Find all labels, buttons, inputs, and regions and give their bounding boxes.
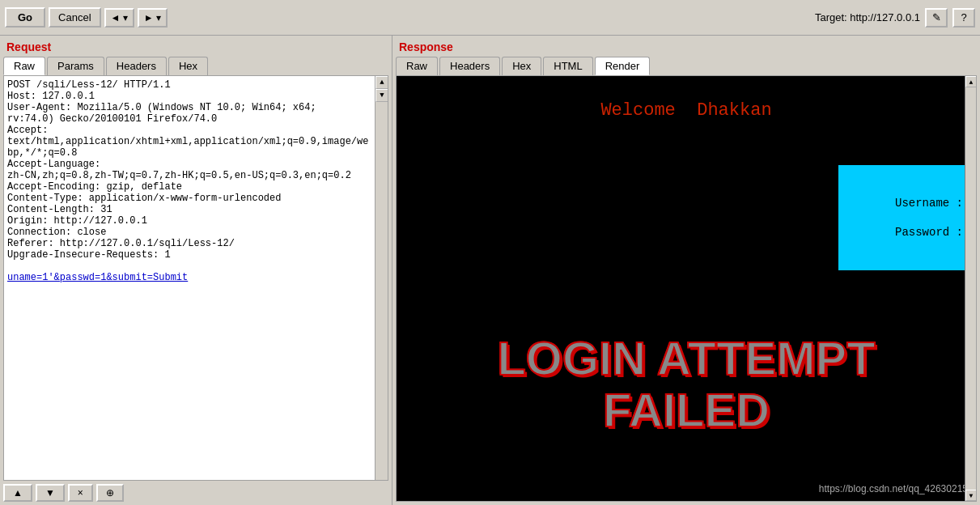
response-render-area: Welcome Dhakkan Username : Password : LO…	[396, 75, 977, 502]
request-content-area: POST /sqli/Less-12/ HTTP/1.1 Host: 127.0…	[3, 75, 388, 481]
request-bottom-bar: ▲ ▼ × ⊕	[0, 481, 392, 505]
toolbar-right: Target: http://127.0.0.1 ✎ ?	[815, 8, 975, 28]
username-display: Dhakkan	[697, 100, 771, 121]
help-button[interactable]: ?	[952, 8, 975, 28]
response-panel: Response Raw Headers Hex HTML Render Wel…	[392, 36, 980, 505]
bottom-btn-3[interactable]: ×	[68, 484, 93, 502]
response-tab-bar: Raw Headers Hex HTML Render	[392, 55, 980, 75]
response-scroll-up[interactable]: ▲	[965, 76, 977, 87]
forward-nav-group[interactable]: ► ▾	[138, 8, 168, 28]
cancel-button[interactable]: Cancel	[49, 7, 100, 28]
edit-target-button[interactable]: ✎	[925, 8, 948, 28]
bottom-btn-2[interactable]: ▼	[36, 484, 65, 502]
login-attempt-line1: LOGIN ATTEMPT	[497, 333, 875, 384]
target-label: Target: http://127.0.0.1	[815, 11, 920, 23]
tab-hex-response[interactable]: Hex	[502, 57, 541, 75]
tab-html-response[interactable]: HTML	[543, 57, 592, 75]
request-title: Request	[0, 36, 392, 55]
tab-headers-response[interactable]: Headers	[439, 57, 500, 75]
tab-headers-request[interactable]: Headers	[106, 57, 167, 75]
tab-hex-request[interactable]: Hex	[168, 57, 208, 75]
scroll-up-btn[interactable]: ▲	[375, 76, 388, 89]
response-scroll-down[interactable]: ▼	[965, 490, 977, 501]
password-label: Password :	[895, 226, 963, 239]
response-title: Response	[392, 36, 980, 55]
username-label: Username :	[895, 197, 963, 210]
main-layout: Request Raw Params Headers Hex POST /sql…	[0, 36, 980, 505]
request-tab-bar: Raw Params Headers Hex	[0, 55, 392, 75]
login-attempt-line2: FAILED	[497, 384, 875, 436]
scroll-down-btn[interactable]: ▼	[375, 89, 388, 102]
back-button[interactable]: ◄ ▾	[106, 10, 133, 26]
tab-raw-request[interactable]: Raw	[3, 57, 45, 75]
bottom-btn-4[interactable]: ⊕	[96, 484, 124, 502]
tab-raw-response[interactable]: Raw	[396, 57, 438, 75]
tab-render-response[interactable]: Render	[595, 57, 651, 75]
response-scrollbar[interactable]: ▲ ▼	[965, 76, 976, 501]
bottom-btn-1[interactable]: ▲	[3, 484, 32, 502]
go-button[interactable]: Go	[5, 7, 45, 28]
login-attempt-message: LOGIN ATTEMPT FAILED	[497, 333, 875, 436]
welcome-static: Welcome	[600, 100, 675, 121]
watermark: https://blog.csdn.net/qq_42630215	[819, 483, 968, 494]
request-body[interactable]: POST /sqli/Less-12/ HTTP/1.1 Host: 127.0…	[4, 76, 388, 456]
forward-button[interactable]: ► ▾	[139, 10, 166, 26]
url-params[interactable]: uname=1'&passwd=1&submit=Submit	[7, 272, 188, 283]
welcome-line: Welcome Dhakkan	[600, 100, 771, 121]
toolbar-left: Go Cancel ◄ ▾ ► ▾	[5, 7, 815, 28]
toolbar: Go Cancel ◄ ▾ ► ▾ Target: http://127.0.0…	[0, 0, 980, 36]
tab-params-request[interactable]: Params	[47, 57, 104, 75]
request-panel: Request Raw Params Headers Hex POST /sql…	[0, 36, 392, 505]
login-box: Username : Password :	[838, 165, 976, 270]
back-nav-group[interactable]: ◄ ▾	[104, 8, 134, 28]
request-scrollbar[interactable]: ▲ ▼	[375, 76, 388, 480]
